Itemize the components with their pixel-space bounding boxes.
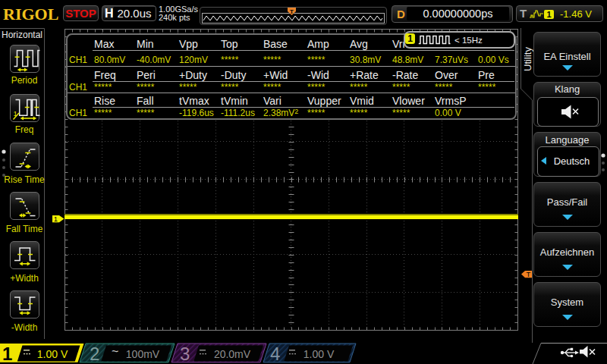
svg-text:1.00 V: 1.00 V bbox=[304, 348, 335, 360]
svg-text:100mV: 100mV bbox=[126, 348, 160, 360]
svg-text:~: ~ bbox=[112, 345, 118, 358]
svg-text:2: 2 bbox=[90, 344, 99, 364]
svg-text:1: 1 bbox=[2, 344, 12, 364]
svg-text:20.0mV: 20.0mV bbox=[214, 348, 251, 360]
svg-text:1: 1 bbox=[54, 215, 58, 223]
svg-text:4: 4 bbox=[270, 344, 280, 364]
svg-text:3: 3 bbox=[180, 344, 190, 364]
svg-text:1.00 V: 1.00 V bbox=[37, 348, 68, 360]
